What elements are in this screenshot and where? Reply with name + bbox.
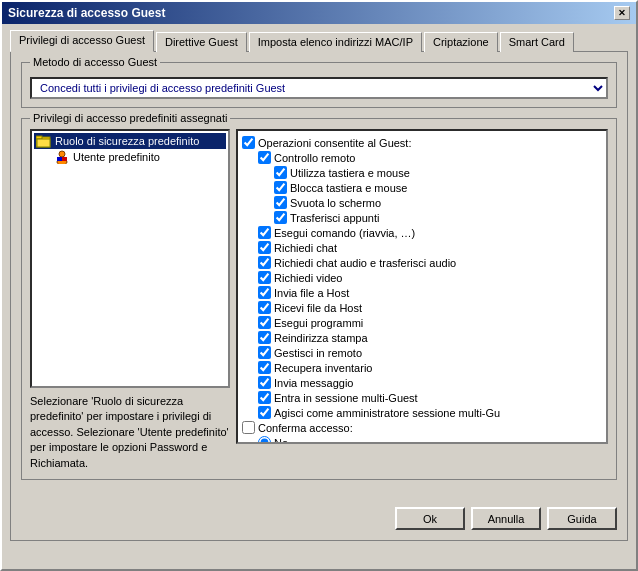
operations-header-checkbox[interactable] bbox=[242, 136, 255, 149]
tree-description: Selezionare 'Ruolo di sicurezza predefin… bbox=[30, 394, 230, 471]
check-utilizza: Utilizza tastiera e mouse bbox=[242, 165, 602, 180]
main-window: Sicurezza di accesso Guest ✕ Privilegi d… bbox=[0, 0, 638, 571]
cb-messaggio[interactable] bbox=[258, 376, 271, 389]
radio-no: No bbox=[242, 435, 602, 444]
check-chat-audio: Richiedi chat audio e trasferisci audio bbox=[242, 255, 602, 270]
check-admin-multi: Agisci come amministratore sessione mult… bbox=[242, 405, 602, 420]
cancel-button[interactable]: Annulla bbox=[471, 507, 541, 530]
check-messaggio: Invia messaggio bbox=[242, 375, 602, 390]
tree-item-utente-label: Utente predefinito bbox=[73, 151, 160, 163]
tab-indirizzi[interactable]: Imposta elenco indirizzi MAC/IP bbox=[249, 32, 422, 52]
tree-item-ruolo[interactable]: Ruolo di sicurezza predefinito bbox=[34, 133, 226, 149]
tab-bar: Privilegi di accesso Guest Direttive Gue… bbox=[10, 30, 628, 52]
operations-header: Operazioni consentite al Guest: bbox=[242, 135, 602, 150]
check-video: Richiedi video bbox=[242, 270, 602, 285]
tab-smartcard[interactable]: Smart Card bbox=[500, 32, 574, 52]
confirm-access-section: Conferma accesso: bbox=[242, 420, 602, 435]
cb-blocca[interactable] bbox=[274, 181, 287, 194]
cb-utilizza[interactable] bbox=[274, 166, 287, 179]
tab-direttive[interactable]: Direttive Guest bbox=[156, 32, 247, 52]
tree-list[interactable]: Ruolo di sicurezza predefinito bbox=[30, 129, 230, 388]
cb-multi-guest[interactable] bbox=[258, 391, 271, 404]
tab-criptazione[interactable]: Criptazione bbox=[424, 32, 498, 52]
access-method-dropdown[interactable]: Concedi tutti i privilegi di accesso pre… bbox=[30, 77, 608, 99]
check-panel[interactable]: Operazioni consentite al Guest: Controll… bbox=[236, 129, 608, 444]
tree-item-utente[interactable]: Utente predefinito bbox=[34, 149, 226, 165]
tree-item-ruolo-label: Ruolo di sicurezza predefinito bbox=[55, 135, 199, 147]
cb-chat-audio[interactable] bbox=[258, 256, 271, 269]
radio-no-input[interactable] bbox=[258, 436, 271, 444]
check-stampa: Reindirizza stampa bbox=[242, 330, 602, 345]
cb-ricevi-file[interactable] bbox=[258, 301, 271, 314]
check-gestisci: Gestisci in remoto bbox=[242, 345, 602, 360]
ok-button[interactable]: Ok bbox=[395, 507, 465, 530]
check-esegui-cmd: Esegui comando (riavvia, …) bbox=[242, 225, 602, 240]
check-multi-guest: Entra in sessione multi-Guest bbox=[242, 390, 602, 405]
group-access-method: Metodo di accesso Guest Concedi tutti i … bbox=[21, 62, 617, 108]
check-invia-file: Invia file a Host bbox=[242, 285, 602, 300]
folder-open-icon bbox=[36, 134, 52, 148]
check-svuota: Svuota lo schermo bbox=[242, 195, 602, 210]
cb-confirm-access[interactable] bbox=[242, 421, 255, 434]
window-title: Sicurezza di accesso Guest bbox=[8, 6, 165, 20]
close-button[interactable]: ✕ bbox=[614, 6, 630, 20]
window-content: Privilegi di accesso Guest Direttive Gue… bbox=[2, 24, 636, 549]
tab-privilegi[interactable]: Privilegi di accesso Guest bbox=[10, 30, 154, 52]
cb-programmi[interactable] bbox=[258, 316, 271, 329]
check-programmi: Esegui programmi bbox=[242, 315, 602, 330]
check-richiedi-chat: Richiedi chat bbox=[242, 240, 602, 255]
cb-controllo-remoto[interactable] bbox=[258, 151, 271, 164]
cb-stampa[interactable] bbox=[258, 331, 271, 344]
cb-inventario[interactable] bbox=[258, 361, 271, 374]
cb-video[interactable] bbox=[258, 271, 271, 284]
tab-panel-main: Metodo di accesso Guest Concedi tutti i … bbox=[10, 51, 628, 541]
check-trasferisci: Trasferisci appunti bbox=[242, 210, 602, 225]
help-button[interactable]: Guida bbox=[547, 507, 617, 530]
svg-rect-6 bbox=[62, 157, 67, 161]
cb-gestisci[interactable] bbox=[258, 346, 271, 359]
title-bar: Sicurezza di accesso Guest ✕ bbox=[2, 2, 636, 24]
check-ricevi-file: Ricevi file da Host bbox=[242, 300, 602, 315]
cb-trasferisci[interactable] bbox=[274, 211, 287, 224]
svg-rect-5 bbox=[57, 157, 62, 161]
check-controllo-remoto: Controllo remoto bbox=[242, 150, 602, 165]
group-privileges: Privilegi di accesso predefiniti assegna… bbox=[21, 118, 617, 480]
cb-esegui-cmd[interactable] bbox=[258, 226, 271, 239]
user-icon bbox=[54, 150, 70, 164]
button-row: Ok Annulla Guida bbox=[395, 507, 617, 530]
cb-invia-file[interactable] bbox=[258, 286, 271, 299]
cb-richiedi-chat[interactable] bbox=[258, 241, 271, 254]
tree-panel: Ruolo di sicurezza predefinito bbox=[30, 129, 230, 471]
title-bar-buttons: ✕ bbox=[614, 6, 630, 20]
cb-admin-multi[interactable] bbox=[258, 406, 271, 419]
svg-point-3 bbox=[59, 151, 65, 157]
dropdown-wrapper: Concedi tutti i privilegi di accesso pre… bbox=[30, 77, 608, 99]
check-blocca: Blocca tastiera e mouse bbox=[242, 180, 602, 195]
group-privileges-label: Privilegi di accesso predefiniti assegna… bbox=[30, 112, 230, 124]
svg-rect-2 bbox=[37, 139, 50, 147]
lower-content: Ruolo di sicurezza predefinito bbox=[30, 129, 608, 471]
check-inventario: Recupera inventario bbox=[242, 360, 602, 375]
group-access-method-label: Metodo di accesso Guest bbox=[30, 56, 160, 68]
cb-svuota[interactable] bbox=[274, 196, 287, 209]
